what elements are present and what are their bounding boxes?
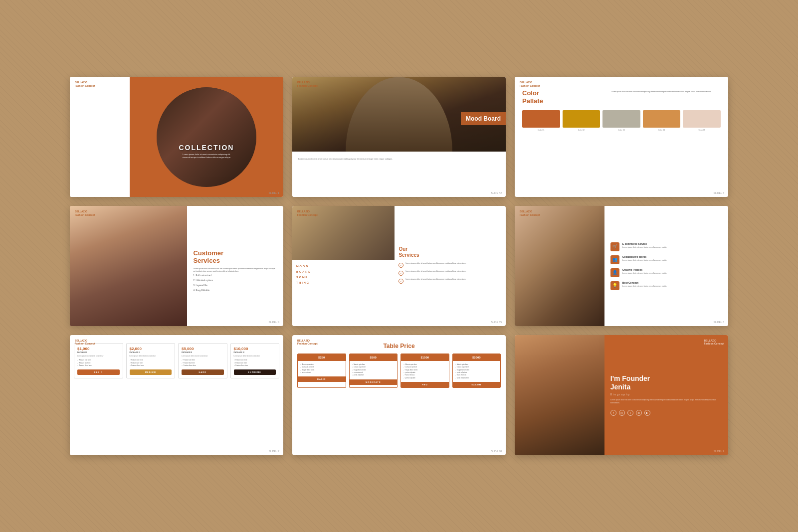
service-item-1: Lorem ipsum dolor sit amet luctus nec ul… xyxy=(399,262,502,268)
price-amount-1: $1,000 xyxy=(77,347,120,351)
table-footer-4: EXCOM xyxy=(453,382,501,387)
concept-icon: 💡 xyxy=(612,283,617,288)
check-icon-2 xyxy=(399,271,403,276)
color-top-row: Color Pallate Lorem ipsum dolor sit amet… xyxy=(520,82,723,105)
price-btn-1[interactable]: BASIC xyxy=(77,369,120,375)
collab-icon-box: 👥 xyxy=(610,255,619,264)
slide-number-6: SLIDE / 6 xyxy=(714,321,724,324)
table-header-3: $1500 xyxy=(401,354,449,361)
founder-photo xyxy=(515,335,604,455)
swatch-2 xyxy=(563,110,600,128)
table-footer-2: MODERATE xyxy=(350,379,398,385)
slide-number-5: SLIDE / 5 xyxy=(491,321,502,324)
price-btn-4[interactable]: EXTREME xyxy=(234,369,276,375)
check-icon-3 xyxy=(399,279,403,284)
price-features-2: ✓ Feature one here✓ Feature two here✓ Fe… xyxy=(130,359,172,367)
pricing-grid: $1,000 PACKAGE I Lorem ipsum dolor sit a… xyxy=(74,343,279,378)
swatch-4 xyxy=(643,110,681,128)
slides-grid: BELLAZIO Fashion Concept COLLECTION Lore… xyxy=(70,77,728,455)
creative-service-info: Creative Peoples Lorem ipsum dolor sit a… xyxy=(622,268,667,275)
cs-list: 1. Full customized 2. Unlimited options … xyxy=(193,273,277,293)
color-label-5: Color 05 xyxy=(683,129,721,131)
brand-label-7: BELLAZIO Fashion Concept xyxy=(75,339,95,346)
slide-8-table-price: BELLAZIO Fashion Concept Table Price $25… xyxy=(292,335,506,455)
price-btn-3[interactable]: HARD xyxy=(182,369,224,375)
social-icons: f ◎ t in ▶ xyxy=(610,410,722,416)
price-features-3: ✓ Feature one here✓ Feature two here✓ Fe… xyxy=(182,359,224,367)
concept-service-info: Best Concept Lorem ipsum dolor sit amet … xyxy=(622,281,667,288)
biography-label: Biography xyxy=(610,393,722,396)
services-icons-photo xyxy=(515,206,604,326)
brand-label-9: BELLAZIO Fashion Concept xyxy=(704,339,724,346)
slide-number-7: SLIDE / 7 xyxy=(269,450,279,453)
social-icon-facebook[interactable]: f xyxy=(610,410,616,416)
mood-word-2: BOARD xyxy=(296,269,391,275)
check-icon-1 xyxy=(399,263,403,268)
price-features-4: ✓ Feature one here✓ Feature two here✓ Fe… xyxy=(234,359,276,367)
our-services-title: Our Services xyxy=(399,246,502,258)
price-features-1: ✓ Feature one here✓ Feature two here✓ Fe… xyxy=(77,359,120,367)
table-col-1: $250 ✓ Mauris quis diam✓ cursus at porta… xyxy=(297,354,346,388)
social-icon-linkedin[interactable]: in xyxy=(636,410,642,416)
slide-7-pricing: BELLAZIO Fashion Concept $1,000 PACKAGE … xyxy=(70,335,283,455)
slide-number-3: SLIDE / 3 xyxy=(714,191,724,194)
service-row-4: 💡 Best Concept Lorem ipsum dolor sit ame… xyxy=(610,281,722,290)
price-label-2: PACKAGE II xyxy=(130,352,172,354)
collection-text: COLLECTION Lorem ipsum dolor sit amet co… xyxy=(179,144,234,159)
concept-icon-box: 💡 xyxy=(610,281,619,290)
slide-4-customer-services: BELLAZIO Fashion Concept Customer Servic… xyxy=(70,206,283,326)
price-btn-2[interactable]: MEDIUM xyxy=(130,369,172,375)
price-desc-3: Lorem ipsum dolor sit amet consectetur xyxy=(182,355,224,357)
mood-word-4: THING xyxy=(296,280,391,286)
social-icon-instagram[interactable]: ◎ xyxy=(619,410,625,416)
founder-title: I'm Founder Jenita xyxy=(610,374,722,391)
mood-board-content: Lorem ipsum dolor sit amet luctus nec ul… xyxy=(292,152,506,197)
color-title: Color Pallate xyxy=(522,89,543,105)
brand-label-3: BELLAZIO Fashion Concept xyxy=(520,81,540,87)
color-label-1: Color 01 xyxy=(522,129,560,131)
color-label-3: Color 03 xyxy=(602,129,640,131)
services-icons-content: 🛒 E-commerce Service Lorem ipsum dolor s… xyxy=(604,206,728,326)
table-header-2: $500 xyxy=(350,354,398,361)
brand-label-1: BELLAZIO Fashion Concept xyxy=(75,81,95,87)
customer-services-photo xyxy=(70,206,187,326)
ecommerce-icon-box: 🛒 xyxy=(610,242,619,251)
creative-title: Creative Peoples xyxy=(622,268,667,271)
mood-board-photo: Mood Board xyxy=(292,77,506,151)
service-text-2: Lorem ipsum dolor sit amet luctus nec ul… xyxy=(405,270,466,273)
ecommerce-title: E-commerce Service xyxy=(622,242,667,245)
swatch-5 xyxy=(683,110,721,128)
service-item-2: Lorem ipsum dolor sit amet luctus nec ul… xyxy=(399,270,502,276)
collab-icon: 👥 xyxy=(612,257,617,262)
social-icon-twitter[interactable]: t xyxy=(627,410,633,416)
swatch-1 xyxy=(522,110,560,128)
table-footer-3: PRO xyxy=(401,382,449,387)
customer-services-content: Customer Services Lorem ipsum dolor sit … xyxy=(187,206,283,326)
table-body-4: ✓ Mauris quis diam✓ cursus at porta id✓ … xyxy=(453,361,501,382)
bio-text: Lorem ipsum dolor sit amet consectetur a… xyxy=(610,399,722,404)
brand-label-2: BELLAZIO Fashion Concept xyxy=(297,81,318,87)
founder-content: I'm Founder Jenita Biography Lorem ipsum… xyxy=(604,335,728,455)
mood-word-1: MOOD xyxy=(296,264,391,269)
brand-label-5: BELLAZIO Fashion Concept xyxy=(297,210,318,216)
service-row-1: 🛒 E-commerce Service Lorem ipsum dolor s… xyxy=(610,242,722,251)
color-label-2: Color 02 xyxy=(563,129,600,131)
price-label-3: PACKAGE III xyxy=(182,352,224,354)
price-desc-1: Lorem ipsum dolor sit amet consectetur xyxy=(77,355,120,357)
price-card-2: $2,000 PACKAGE II Lorem ipsum dolor sit … xyxy=(126,343,176,378)
our-services-right: Our Services Lorem ipsum dolor sit amet … xyxy=(395,206,506,326)
social-icon-youtube[interactable]: ▶ xyxy=(644,410,650,416)
photo-inner-1 xyxy=(157,87,256,187)
table-footer-1: BASIC xyxy=(298,376,346,382)
slide-3-color-palette: BELLAZIO Fashion Concept Color Pallate L… xyxy=(515,77,728,197)
table-header-1: $250 xyxy=(298,354,346,361)
slide-5-our-services: BELLAZIO Fashion Concept MOOD BOARD SOME… xyxy=(292,206,506,326)
price-card-1: $1,000 PACKAGE I Lorem ipsum dolor sit a… xyxy=(74,343,123,378)
price-card-4: $10,000 PACKAGE IV Lorem ipsum dolor sit… xyxy=(230,343,280,378)
price-amount-2: $2,000 xyxy=(130,347,172,351)
color-labels-row: Color 01 Color 02 Color 03 Color 04 Colo… xyxy=(520,129,723,131)
service-item-3: Lorem ipsum dolor sit amet luctus nec ul… xyxy=(399,278,502,284)
service-row-3: 👤 Creative Peoples Lorem ipsum dolor sit… xyxy=(610,268,722,277)
ecommerce-icon: 🛒 xyxy=(612,244,617,249)
price-label-4: PACKAGE IV xyxy=(234,352,276,354)
